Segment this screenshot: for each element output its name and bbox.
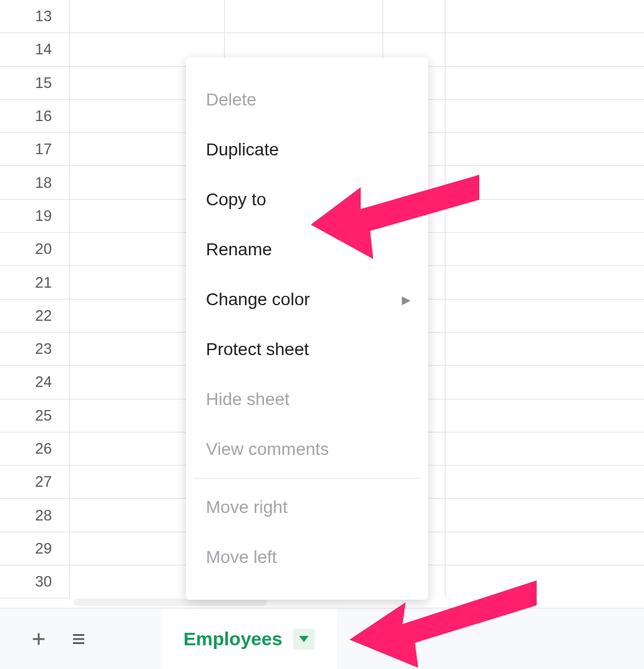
sheet-tab-bar: Employees: [0, 608, 644, 669]
row-header[interactable]: 30: [0, 565, 70, 598]
menu-duplicate[interactable]: Duplicate: [186, 125, 428, 175]
row-header[interactable]: 27: [0, 466, 70, 498]
cell[interactable]: [446, 266, 644, 298]
cell[interactable]: [446, 432, 644, 465]
cell[interactable]: [446, 233, 644, 265]
submenu-arrow-icon: [402, 190, 411, 210]
cell[interactable]: [446, 366, 644, 398]
add-sheet-button[interactable]: [25, 624, 52, 654]
row-header[interactable]: 14: [0, 33, 70, 66]
menu-delete[interactable]: Delete: [186, 75, 428, 125]
row-header[interactable]: 13: [0, 0, 70, 32]
row-header[interactable]: 26: [0, 432, 70, 465]
cell[interactable]: [225, 0, 383, 32]
cell[interactable]: [446, 0, 644, 32]
cell[interactable]: [446, 466, 644, 498]
svg-marker-9: [300, 636, 309, 642]
menu-rename[interactable]: Rename: [186, 225, 428, 275]
sheet-tab-context-menu: Delete Duplicate Copy to Rename Change c…: [186, 57, 428, 600]
menu-move-left[interactable]: Move left: [186, 532, 428, 582]
caret-down-icon: [299, 636, 309, 642]
cell[interactable]: [446, 565, 644, 598]
cell[interactable]: [446, 532, 644, 565]
cell[interactable]: [446, 133, 644, 165]
row-header[interactable]: 16: [0, 100, 70, 132]
row-header[interactable]: 19: [0, 200, 70, 232]
row-header[interactable]: 18: [0, 166, 70, 198]
row-header[interactable]: 20: [0, 233, 70, 265]
menu-change-color[interactable]: Change color: [186, 275, 428, 325]
menu-protect-sheet[interactable]: Protect sheet: [186, 325, 428, 374]
svg-marker-0: [402, 197, 411, 205]
svg-rect-6: [73, 634, 84, 636]
menu-separator: [195, 478, 419, 479]
menu-move-right[interactable]: Move right: [186, 482, 428, 532]
menu-copy-to[interactable]: Copy to: [186, 175, 428, 225]
svg-rect-7: [73, 638, 84, 640]
cell[interactable]: [383, 0, 446, 32]
row-header[interactable]: 23: [0, 333, 70, 365]
cell[interactable]: [446, 200, 644, 232]
plus-icon: [30, 630, 47, 648]
row-header[interactable]: 25: [0, 399, 70, 432]
sheet-tab-dropdown[interactable]: [293, 628, 315, 650]
row-header[interactable]: 15: [0, 67, 70, 99]
cell[interactable]: [446, 399, 644, 432]
row-header[interactable]: 21: [0, 266, 70, 298]
all-sheets-icon: [70, 632, 87, 647]
row-header[interactable]: 17: [0, 133, 70, 165]
cell[interactable]: [446, 333, 644, 365]
menu-hide-sheet[interactable]: Hide sheet: [186, 374, 428, 424]
svg-marker-1: [402, 296, 411, 305]
svg-rect-8: [73, 642, 84, 644]
cell[interactable]: [446, 33, 644, 66]
sheet-tab-active[interactable]: Employees: [161, 608, 337, 669]
all-sheets-button[interactable]: [65, 624, 92, 654]
cell[interactable]: [446, 166, 644, 198]
cell[interactable]: [446, 499, 644, 531]
cell[interactable]: [70, 0, 225, 32]
row-header[interactable]: 24: [0, 366, 70, 398]
row-header[interactable]: 29: [0, 532, 70, 565]
menu-view-comments[interactable]: View comments: [186, 424, 428, 474]
cell[interactable]: [446, 67, 644, 99]
submenu-arrow-icon: [402, 290, 411, 310]
row-header[interactable]: 22: [0, 300, 70, 332]
cell[interactable]: [446, 100, 644, 132]
cell[interactable]: [446, 300, 644, 332]
sheet-tab-label: Employees: [183, 628, 282, 650]
row-header[interactable]: 28: [0, 499, 70, 531]
